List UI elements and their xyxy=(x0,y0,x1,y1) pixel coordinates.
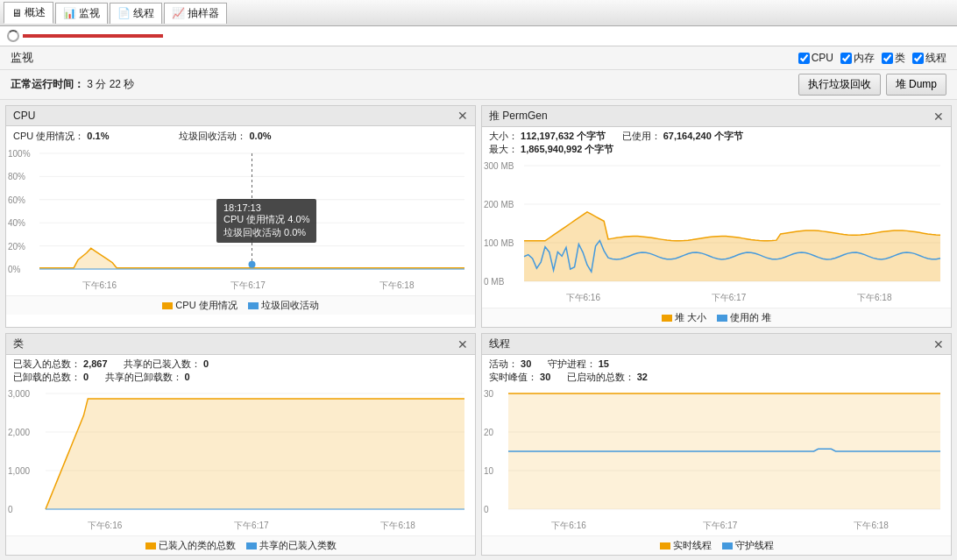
dump-button[interactable]: 堆 Dump xyxy=(886,74,946,96)
loading-spinner xyxy=(7,30,19,42)
legend-gc-activity: 垃圾回收活动 xyxy=(248,299,319,312)
cpu-canvas xyxy=(6,146,473,295)
threads-stats: 活动： 30 守护进程： 15 实时峰值： 30 已启动的总数： 32 xyxy=(482,355,951,386)
heap-panel-close[interactable]: ✕ xyxy=(933,110,944,124)
tab-monitor[interactable]: 📊 监视 xyxy=(55,3,108,24)
legend-daemon-threads: 守护线程 xyxy=(722,539,774,552)
classes-chart-area xyxy=(6,386,475,535)
cpu-panel-title: CPU xyxy=(13,110,35,122)
threads-icon: 📄 xyxy=(117,7,131,19)
action-buttons: 执行垃圾回收 堆 Dump xyxy=(798,74,946,96)
checkbox-cpu[interactable]: CPU xyxy=(798,52,833,64)
checkbox-threads[interactable]: 线程 xyxy=(912,51,946,66)
tab-threads[interactable]: 📄 线程 xyxy=(110,3,162,24)
heap-panel-header: 推 PermGen ✕ xyxy=(482,106,951,127)
monitor-bar: 监视 CPU 内存 类 线程 xyxy=(0,46,957,70)
classes-panel: 类 ✕ 已装入的总数： 2,867 共享的已装入数： 0 已卸载的总数： 0 共… xyxy=(5,333,476,556)
cpu-panel: CPU ✕ CPU 使用情况： 0.1% 垃圾回收活动： 0.0% 18:17:… xyxy=(5,105,476,328)
uptime-label: 正常运行时间： xyxy=(11,78,84,90)
sampler-icon: 📈 xyxy=(172,7,185,19)
classes-legend: 已装入的类的总数 共享的已装入类数 xyxy=(6,535,475,555)
gc-button[interactable]: 执行垃圾回收 xyxy=(798,74,881,96)
uptime-value: 3 分 22 秒 xyxy=(87,78,134,90)
tab-sampler[interactable]: 📈 抽样器 xyxy=(164,3,227,24)
threads-canvas xyxy=(482,386,949,535)
legend-heap-used: 使用的 堆 xyxy=(717,311,771,324)
cpu-panel-close[interactable]: ✕ xyxy=(457,109,468,123)
legend-classes-shared: 共享的已装入类数 xyxy=(246,539,337,552)
legend-live-threads: 实时线程 xyxy=(660,539,712,552)
threads-panel-title: 线程 xyxy=(489,337,510,351)
classes-panel-header: 类 ✕ xyxy=(6,334,475,355)
checkbox-classes[interactable]: 类 xyxy=(882,51,905,66)
classes-panel-close[interactable]: ✕ xyxy=(457,337,468,351)
heap-stats: 大小： 112,197,632 个字节 已使用： 67,164,240 个字节 … xyxy=(482,127,951,159)
tab-overview[interactable]: 🖥 概述 xyxy=(4,2,53,24)
legend-cpu-color xyxy=(162,302,173,309)
charts-container: CPU ✕ CPU 使用情况： 0.1% 垃圾回收活动： 0.0% 18:17:… xyxy=(0,100,957,560)
legend-daemon-threads-color xyxy=(722,542,733,549)
legend-cpu-usage: CPU 使用情况 xyxy=(162,299,237,312)
overview-icon: 🖥 xyxy=(11,7,22,19)
cpu-usage-stat: CPU 使用情况： 0.1% xyxy=(13,130,109,143)
toolbar xyxy=(0,26,957,46)
threads-panel: 线程 ✕ 活动： 30 守护进程： 15 实时峰值： 30 已启动的总数： 32 xyxy=(481,333,952,556)
cpu-stats: CPU 使用情况： 0.1% 垃圾回收活动： 0.0% xyxy=(6,126,475,146)
uptime-bar: 正常运行时间： 3 分 22 秒 执行垃圾回收 堆 Dump xyxy=(0,70,957,100)
process-name xyxy=(23,34,163,38)
legend-gc-color xyxy=(248,302,259,309)
classes-canvas xyxy=(6,386,473,535)
legend-classes-loaded: 已装入的类的总数 xyxy=(145,539,236,552)
heap-canvas xyxy=(482,159,949,308)
cpu-panel-header: CPU ✕ xyxy=(6,106,475,126)
classes-panel-title: 类 xyxy=(13,337,24,351)
legend-heap-used-color xyxy=(717,315,727,322)
cpu-chart-area: 18:17:13 CPU 使用情况 4.0% 垃圾回收活动 0.0% xyxy=(6,146,475,295)
gc-activity-stat: 垃圾回收活动： 0.0% xyxy=(179,130,271,143)
cpu-legend: CPU 使用情况 垃圾回收活动 xyxy=(6,295,475,315)
threads-chart-area xyxy=(482,386,951,535)
legend-classes-shared-color xyxy=(246,542,257,549)
threads-panel-close[interactable]: ✕ xyxy=(933,337,944,351)
heap-chart-area xyxy=(482,159,951,308)
heap-panel: 推 PermGen ✕ 大小： 112,197,632 个字节 已使用： 67,… xyxy=(481,105,952,328)
title-bar: 🖥 概述 📊 监视 📄 线程 📈 抽样器 xyxy=(0,0,957,26)
legend-live-threads-color xyxy=(660,542,670,549)
legend-classes-loaded-color xyxy=(145,542,156,549)
monitor-checkboxes: CPU 内存 类 线程 xyxy=(798,51,946,66)
threads-panel-header: 线程 ✕ xyxy=(482,334,951,355)
legend-heap-size: 堆 大小 xyxy=(662,311,706,324)
legend-heap-size-color xyxy=(662,315,672,322)
heap-panel-title: 推 PermGen xyxy=(489,109,548,124)
threads-legend: 实时线程 守护线程 xyxy=(482,535,951,555)
monitor-title: 监视 xyxy=(11,50,33,66)
uptime-display: 正常运行时间： 3 分 22 秒 xyxy=(11,77,134,92)
monitor-icon: 📊 xyxy=(63,7,76,19)
classes-stats: 已装入的总数： 2,867 共享的已装入数： 0 已卸载的总数： 0 共享的已卸… xyxy=(6,355,475,386)
heap-legend: 堆 大小 使用的 堆 xyxy=(482,308,951,327)
checkbox-memory[interactable]: 内存 xyxy=(840,51,875,66)
